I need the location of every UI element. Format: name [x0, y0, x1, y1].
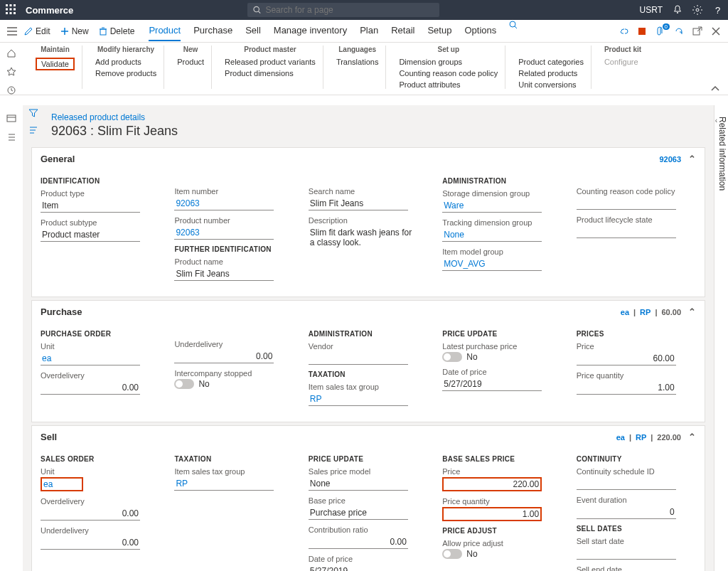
product-attributes[interactable]: Product attributes: [399, 80, 498, 89]
search-icon[interactable]: [509, 21, 518, 41]
user-label[interactable]: USRT: [640, 5, 663, 15]
section-general-header[interactable]: General 92063 ⌃: [32, 148, 705, 170]
latest-price-toggle[interactable]: No: [442, 352, 562, 362]
refresh-icon[interactable]: [674, 26, 684, 36]
product-number[interactable]: 92063: [174, 226, 274, 240]
purchase-overdelivery[interactable]: 0.00: [41, 381, 140, 395]
chevron-up-icon[interactable]: [711, 86, 719, 92]
waffle-icon[interactable]: [6, 4, 17, 16]
add-products[interactable]: Add products: [95, 58, 156, 66]
validate-button[interactable]: Validate: [36, 58, 75, 70]
product-subtype[interactable]: Product master: [41, 228, 140, 242]
vendor[interactable]: [309, 352, 408, 365]
help-icon[interactable]: ?: [712, 5, 722, 15]
ribbon-product[interactable]: Product: [177, 58, 204, 66]
section-sell-header[interactable]: Sell ea | RP | 220.00 ⌃: [32, 426, 705, 448]
continuity-id[interactable]: [577, 477, 676, 490]
workspace-icon[interactable]: [6, 114, 16, 124]
list-icon[interactable]: [6, 132, 16, 142]
sell-overdelivery[interactable]: 0.00: [41, 507, 140, 521]
related-info-panel[interactable]: ‹ Related information: [714, 105, 728, 571]
link-icon[interactable]: [619, 26, 628, 36]
attachment-icon[interactable]: 0: [655, 26, 665, 36]
lifecycle-state[interactable]: [577, 225, 676, 238]
tab-setup[interactable]: Setup: [427, 21, 451, 41]
search-name[interactable]: Slim Fit Jeans: [309, 197, 408, 210]
global-search[interactable]: [247, 3, 439, 17]
translations[interactable]: Translations: [336, 58, 379, 66]
star-icon[interactable]: [6, 67, 16, 77]
sell-price[interactable]: 220.00: [442, 477, 542, 491]
tab-retail[interactable]: Retail: [391, 21, 414, 41]
event-duration[interactable]: 0: [577, 506, 676, 519]
ribbon: MaintainValidate Modify hierarchyAdd pro…: [0, 43, 728, 95]
description[interactable]: Slim fit dark wash jeans for a classy lo…: [309, 226, 415, 249]
breadcrumb[interactable]: Released product details: [51, 112, 711, 122]
sell-price-qty[interactable]: 1.00: [442, 507, 542, 521]
purchase-unit[interactable]: ea: [41, 352, 140, 365]
svg-point-11: [677, 12, 678, 14]
sales-price-model[interactable]: None: [309, 477, 408, 491]
storage-dim-group[interactable]: Ware: [442, 199, 542, 213]
tab-purchase[interactable]: Purchase: [193, 21, 232, 41]
home-icon[interactable]: [6, 48, 16, 58]
allow-adjust-toggle[interactable]: No: [442, 549, 562, 559]
svg-text:?: ?: [715, 5, 720, 15]
item-number[interactable]: 92063: [174, 197, 274, 210]
released-variants[interactable]: Released product variants: [225, 58, 316, 66]
sell-underdelivery[interactable]: 0.00: [41, 536, 140, 550]
related-products[interactable]: Related products: [518, 69, 584, 78]
office-icon[interactable]: [637, 26, 647, 36]
bell-icon[interactable]: [673, 5, 682, 15]
tab-product[interactable]: Product: [149, 21, 181, 41]
related-info-label: Related information: [717, 117, 727, 191]
purchase-price[interactable]: 60.00: [577, 352, 676, 365]
filter-icon[interactable]: [28, 108, 38, 118]
counting-reason-policy[interactable]: Counting reason code policy: [399, 69, 498, 78]
section-purchase-header[interactable]: Purchase ea | RP | 60.00 ⌃: [32, 301, 705, 323]
unit-conversions[interactable]: Unit conversions: [518, 80, 584, 89]
delete-button[interactable]: Delete: [99, 26, 135, 36]
sell-date-price[interactable]: 5/27/2019: [309, 565, 408, 571]
contrib-ratio[interactable]: 0.00: [309, 535, 408, 549]
edit-button[interactable]: Edit: [24, 26, 50, 36]
sell-start-date[interactable]: [577, 547, 676, 560]
svg-rect-0: [6, 4, 8, 6]
sell-unit[interactable]: ea: [41, 477, 83, 491]
intercompany-toggle[interactable]: No: [174, 379, 294, 389]
item-model-group[interactable]: MOV_AVG: [442, 257, 542, 271]
svg-rect-19: [100, 29, 106, 35]
dimension-groups[interactable]: Dimension groups: [399, 58, 498, 66]
search-input[interactable]: [265, 5, 434, 15]
remove-products[interactable]: Remove products: [95, 69, 156, 78]
tracking-dim-group[interactable]: None: [442, 228, 542, 242]
clock-icon[interactable]: [6, 85, 16, 95]
lines-icon[interactable]: [28, 125, 38, 135]
gear-icon[interactable]: [692, 5, 702, 15]
purchase-tax-group[interactable]: RP: [309, 393, 408, 406]
tab-plan[interactable]: Plan: [360, 21, 378, 41]
product-name[interactable]: Slim Fit Jeans: [174, 267, 274, 281]
product-dimensions[interactable]: Product dimensions: [225, 69, 316, 78]
product-type[interactable]: Item: [41, 199, 140, 213]
chevron-up-icon[interactable]: ⌃: [688, 306, 696, 317]
base-price[interactable]: Purchase price: [309, 506, 408, 520]
purchase-underdelivery[interactable]: 0.00: [174, 350, 274, 363]
product-categories[interactable]: Product categories: [518, 58, 584, 66]
purchase-price-qty[interactable]: 1.00: [577, 381, 676, 395]
counting-reason[interactable]: [577, 197, 676, 210]
hamburger-icon[interactable]: [7, 27, 17, 36]
close-icon[interactable]: [711, 26, 721, 36]
new-button[interactable]: New: [60, 26, 89, 36]
page-title: 92063 : Slim Fit Jeans: [51, 124, 711, 139]
tab-manage-inventory[interactable]: Manage inventory: [274, 21, 347, 41]
chevron-up-icon[interactable]: ⌃: [688, 432, 696, 442]
purchase-date-price[interactable]: 5/27/2019: [442, 378, 542, 391]
chevron-up-icon[interactable]: ⌃: [688, 154, 696, 164]
popout-icon[interactable]: [692, 26, 702, 36]
svg-rect-25: [693, 28, 700, 35]
trash-icon: [99, 27, 107, 36]
tab-sell[interactable]: Sell: [245, 21, 261, 41]
sell-tax-group[interactable]: RP: [174, 477, 274, 491]
tab-options[interactable]: Options: [464, 21, 496, 41]
